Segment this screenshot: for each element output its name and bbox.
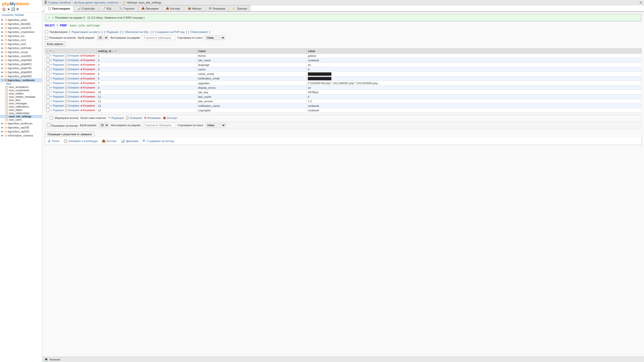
- edit-row-button[interactable]: ✏ Редакция: [50, 72, 64, 75]
- db-item-information-schema[interactable]: ▶ 🗃 information_schema: [0, 133, 42, 138]
- operations-button[interactable]: Операции с резултата от заявката: [45, 131, 94, 137]
- edit-row-button[interactable]: ✏ Редакция: [50, 95, 64, 98]
- table-ossn-components[interactable]: 📋 ossn_components: [0, 89, 42, 92]
- row-checkbox[interactable]: [46, 72, 50, 75]
- table-ossn-object[interactable]: 📋 ossn_object: [0, 108, 42, 112]
- sort-select[interactable]: Няма: [205, 35, 225, 40]
- row-checkbox[interactable]: [46, 100, 50, 103]
- rows-select[interactable]: 25 50 100: [97, 35, 108, 40]
- filter-input[interactable]: [143, 35, 175, 40]
- tab-triggers[interactable]: ⚡ Тригери: [229, 5, 250, 11]
- edit-row-button[interactable]: ✏ Редакция: [50, 100, 64, 103]
- tab-insert[interactable]: 📥 Вмъкване: [138, 5, 162, 11]
- table-ossn-messages[interactable]: 📋 ossn_messages: [0, 102, 42, 105]
- select-all-checkbox[interactable]: [50, 116, 53, 119]
- table-ossn-entities-metadata[interactable]: 📋 ossn_entities_metadata: [0, 95, 42, 99]
- table-ossn-relationships[interactable]: 📋 ossn_relationships: [0, 112, 42, 115]
- tab-operations[interactable]: ⚙ Операции: [206, 5, 228, 11]
- db-item-phpb902[interactable]: ▶ 🗃 bgrockeu_phpb902: [0, 74, 42, 78]
- edit-row-button[interactable]: ✏ Редакция: [50, 104, 64, 107]
- footer-edit-link[interactable]: ✏ Редакция: [108, 116, 124, 119]
- create-php-link[interactable]: Създаване на PHP код: [155, 30, 184, 33]
- delete-row-button[interactable]: ⊗ Изтриване: [80, 91, 95, 94]
- db-item-phpb820[interactable]: ▶ 🗃 bgrockeu_phpb820: [0, 70, 42, 74]
- db-item-bles681[interactable]: ▶ 🗃 bgrockeu_bles681: [0, 22, 42, 26]
- export-results-link[interactable]: 📤 Експорт: [102, 139, 117, 143]
- db-item-ivo2[interactable]: ▶ 🗃 bgrockeu_ivo2: [0, 42, 42, 46]
- recent-link[interactable]: Скорошни: [2, 14, 14, 16]
- row-checkbox[interactable]: [46, 86, 50, 89]
- th-nav-right[interactable]: →: [52, 50, 55, 53]
- db-item-rockbook[interactable]: ▼ 🗃 bgrockeu_rockbook: [0, 78, 42, 82]
- delete-row-button[interactable]: ⊗ Изтриване: [80, 54, 95, 57]
- footer-delete-link[interactable]: ⊗ Изтриване: [144, 116, 161, 119]
- footer-copy-link[interactable]: 📋 Копиране: [126, 116, 142, 119]
- delete-row-button[interactable]: ⊗ Изтриване: [80, 82, 95, 84]
- delete-row-button[interactable]: ⊗ Изтриване: [80, 104, 95, 107]
- tab-search[interactable]: 🔍 Търсене: [116, 5, 138, 11]
- table-ossn-entities[interactable]: 📋 ossn_entities: [0, 92, 42, 95]
- show-all-label[interactable]: Показване на всички: [45, 36, 76, 39]
- delete-row-button[interactable]: ⊗ Изтриване: [80, 100, 95, 103]
- copy-row-button[interactable]: 📋 Копиране: [65, 77, 79, 80]
- delete-row-button[interactable]: ⊗ Изтриване: [80, 68, 95, 71]
- delete-row-button[interactable]: ⊗ Изтриване: [80, 95, 95, 98]
- bottom-rows-select[interactable]: 25: [99, 123, 109, 127]
- db-item-kefcheto[interactable]: ▶ 🗃 bgrockeu_kefcheto: [0, 46, 42, 50]
- row-checkbox[interactable]: [46, 77, 50, 80]
- row-checkbox[interactable]: [46, 90, 50, 94]
- edit-row-button[interactable]: ✏ Редакция: [50, 54, 64, 57]
- copy-row-button[interactable]: 📋 Копиране: [65, 100, 79, 103]
- home-icon[interactable]: 🏠: [2, 7, 6, 11]
- refresh-icon[interactable]: 🔄: [11, 7, 15, 11]
- footer-export-link[interactable]: 📤 Експорт: [163, 116, 177, 119]
- page-settings-icon[interactable]: ⚙: [639, 1, 642, 4]
- copy-row-button[interactable]: 📋 Копиране: [65, 82, 79, 84]
- breadcrumb-database[interactable]: База данни: bgrockeu_rockbook: [78, 1, 118, 4]
- favorites-link[interactable]: Любими: [15, 14, 24, 16]
- db-item-ivo[interactable]: ▶ 🗃 bgrockeu_ivo: [0, 34, 42, 38]
- edit-row-button[interactable]: ✏ Редакция: [50, 82, 64, 84]
- copy-row-button[interactable]: 📋 Копиране: [65, 95, 79, 98]
- tab-sql[interactable]: 📝 SQL: [99, 5, 115, 11]
- explain-sql-link[interactable]: Обяснение на SQL: [125, 30, 149, 33]
- delete-row-button[interactable]: ⊗ Изтриване: [80, 86, 95, 89]
- breadcrumb-server[interactable]: Сървър: localhost: [48, 1, 71, 4]
- delete-row-button[interactable]: ⊗ Изтриване: [80, 63, 95, 66]
- db-item-chev972[interactable]: ▶ 🗃 bgrockeu_chev972: [0, 26, 42, 30]
- bottom-filter-input[interactable]: [143, 123, 176, 127]
- th-name[interactable]: name: [197, 49, 306, 54]
- row-checkbox[interactable]: [46, 81, 50, 85]
- db-item-aries[interactable]: ▶ 🗃 bgrockeu_aries: [0, 18, 42, 22]
- sidebar-logo[interactable]: phpMyAdmin 🏠 ★ 🔄 ⚙: [0, 0, 42, 13]
- row-checkbox[interactable]: [46, 104, 50, 107]
- edit-row-button[interactable]: ✏ Редакция: [50, 77, 64, 80]
- db-item-cryptomine[interactable]: ▶ 🗃 bgrockeu_cryptomine: [0, 30, 42, 34]
- copy-row-button[interactable]: 📋 Копиране: [65, 59, 79, 62]
- sort-asc-icon[interactable]: ▲: [112, 50, 114, 52]
- edit-row-button[interactable]: ✏ Редакция: [50, 109, 64, 112]
- db-item-phpb781[interactable]: ▶ 🗃 bgrockeu_phpb781: [0, 66, 42, 70]
- bottom-sort-select[interactable]: Няма: [206, 123, 226, 127]
- row-checkbox[interactable]: [46, 68, 50, 71]
- edit-row-button[interactable]: ✏ Редакция: [50, 86, 64, 89]
- delete-row-button[interactable]: ⊗ Изтриване: [80, 72, 95, 75]
- copy-row-button[interactable]: 📋 Копиране: [65, 104, 79, 107]
- console-bar[interactable]: 💻 Конзола: [42, 357, 644, 362]
- tab-export[interactable]: 📤 Експорт: [163, 5, 184, 11]
- tab-structure[interactable]: 📊 Структура: [74, 5, 98, 11]
- table-ossn-site-settings[interactable]: 📋 ossn_site_settings: [0, 115, 42, 118]
- copy-row-button[interactable]: 📋 Копиране: [65, 63, 79, 66]
- nav-left-footer[interactable]: ←: [45, 116, 48, 119]
- th-setting-id[interactable]: setting_id ▲ ▼: [97, 49, 197, 54]
- db-item-phpb453[interactable]: ▶ 🗃 bgrockeu_phpb453: [0, 58, 42, 62]
- edit-link[interactable]: Редакция: [106, 30, 118, 33]
- star-icon[interactable]: ★: [7, 7, 10, 11]
- edit-row-button[interactable]: ✏ Редакция: [50, 63, 64, 66]
- th-value[interactable]: value: [306, 49, 641, 54]
- show-all-checkbox[interactable]: [45, 36, 48, 39]
- table-ossn-notifications[interactable]: 📋 ossn_notifications: [0, 105, 42, 108]
- db-item-phpb601[interactable]: ▶ 🗃 bgrockeu_phpb601: [0, 62, 42, 66]
- db-item-wp330[interactable]: ▶ 🗃 bgrockeu_wp330: [0, 125, 42, 129]
- table-ossn-likes[interactable]: 📋 ossn_likes: [0, 99, 42, 102]
